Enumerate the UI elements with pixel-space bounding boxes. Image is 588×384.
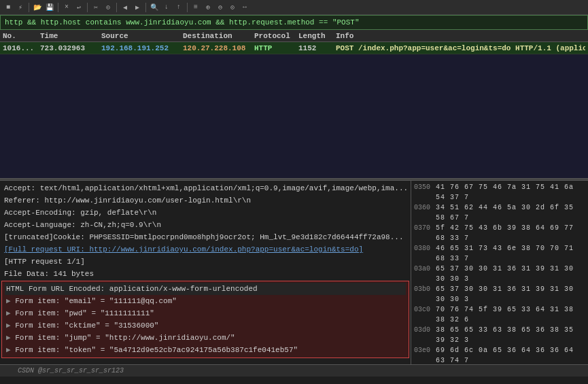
hex-bytes: 70 76 74 5f 39 65 33 64 31 38 38 32 6 <box>436 304 585 325</box>
toolbar-separator-3 <box>87 3 88 12</box>
form-section-header: HTML Form URL Encoded: application/x-www… <box>5 283 406 295</box>
toolbar-icon-flash[interactable]: ⚡ <box>15 2 26 13</box>
packet-info: POST /index.php?app=user&ac=login&ts=do … <box>336 44 585 52</box>
hex-row-03b0: 03b0 65 37 30 30 31 36 31 39 31 30 30 30… <box>411 284 588 304</box>
toolbar-icon-up[interactable]: ↑ <box>173 2 184 13</box>
toolbar-icon-search[interactable]: 🔍 <box>149 2 160 13</box>
form-item-email[interactable]: Form item: "email" = "111111@qq.com" <box>5 295 406 307</box>
packet-time: 723.032963 <box>40 44 101 52</box>
packet-list-header: No. Time Source Destination Protocol Len… <box>0 30 588 42</box>
toolbar-separator-4 <box>116 3 117 12</box>
toolbar-icon-start[interactable]: ■ <box>3 2 14 13</box>
hex-bytes: 65 37 30 30 31 36 31 39 31 30 30 30 3 <box>436 264 585 284</box>
toolbar-separator-5 <box>145 3 146 12</box>
hex-offset: 0360 <box>414 203 436 223</box>
toolbar-icon-back[interactable]: ◀ <box>120 2 131 13</box>
hex-offset: 03b0 <box>414 284 436 304</box>
detail-filedata: File Data: 141 bytes <box>0 268 411 280</box>
detail-accept: Accept: text/html,application/xhtml+xml,… <box>0 182 411 194</box>
hex-row-0380: 0380 46 65 31 73 43 6e 38 70 70 71 68 33… <box>411 243 588 264</box>
hex-row-0370: 0370 5f 42 75 43 6b 39 38 64 69 77 68 33… <box>411 223 588 243</box>
hex-bytes: 34 51 62 44 46 5a 30 2d 6f 35 58 67 7 <box>436 203 585 223</box>
toolbar-icon-copy[interactable]: ⊙ <box>103 2 114 13</box>
toolbar-icon-resize[interactable]: ↔ <box>239 2 250 13</box>
form-item-token[interactable]: Form item: "token" = "5a4712d9e52cb7ac92… <box>5 344 406 356</box>
toolbar-icon-zoom-reset[interactable]: ⊙ <box>227 2 238 13</box>
filter-text: http && http.host contains www.jinridiao… <box>5 18 360 27</box>
toolbar-separator-6 <box>187 3 188 12</box>
col-header-length: Length <box>298 32 336 40</box>
toolbar: ■ ⚡ 📂 💾 × ↩ ✂ ⊙ ◀ ▶ 🔍 ↓ ↑ ≡ ⊕ ⊖ ⊙ ↔ <box>0 0 588 15</box>
table-row[interactable]: 1016... 723.032963 192.168.191.252 120.2… <box>0 42 588 54</box>
col-header-no: No. <box>3 32 40 40</box>
packet-no: 1016... <box>3 44 40 52</box>
toolbar-icon-cut[interactable]: ✂ <box>90 2 101 13</box>
toolbar-icon-close[interactable]: × <box>61 2 72 13</box>
packet-source: 192.168.191.252 <box>101 44 183 52</box>
filter-bar[interactable]: http && http.host contains www.jinridiao… <box>0 15 588 30</box>
toolbar-separator-1 <box>29 3 29 12</box>
toolbar-icon-zoom-out[interactable]: ⊖ <box>215 2 226 13</box>
col-header-info: Info <box>336 32 585 40</box>
hex-bytes: 46 65 31 73 43 6e 38 70 70 71 68 33 7 <box>436 243 585 264</box>
detail-language: Accept-Language: zh-CN,zh;q=0.9\r\n <box>0 219 411 231</box>
toolbar-icon-zoom-in[interactable]: ⊕ <box>203 2 213 13</box>
hex-row-0350: 0350 41 76 67 75 46 7a 31 75 41 6a 54 37… <box>411 182 588 203</box>
packet-protocol: HTTP <box>254 44 298 52</box>
status-bar: CSDN @sr_sr_sr_sr_sr_sr123 <box>0 364 588 377</box>
toolbar-icon-down[interactable]: ↓ <box>161 2 172 13</box>
hex-row-03a0: 03a0 65 37 30 30 31 36 31 39 31 30 30 30… <box>411 264 588 284</box>
toolbar-icon-open[interactable]: 📂 <box>32 2 43 13</box>
hex-row-03c0: 03c0 70 76 74 5f 39 65 33 64 31 38 38 32… <box>411 304 588 325</box>
hex-bytes: 41 76 67 75 46 7a 31 75 41 6a 54 37 7 <box>436 182 585 203</box>
watermark: CSDN @sr_sr_sr_sr_sr_sr123 <box>18 367 124 374</box>
hex-dump-panel: 0350 41 76 67 75 46 7a 31 75 41 6a 54 37… <box>411 181 588 364</box>
detail-cookie: [truncated]Cookie: PHPSESSID=bmtlpocrpnd… <box>0 231 411 243</box>
packet-length: 1152 <box>298 44 336 52</box>
bottom-section: Accept: text/html,application/xhtml+xml,… <box>0 181 588 364</box>
col-header-protocol: Protocol <box>254 32 298 40</box>
detail-referer: Referer: http://www.jinridiaoyu.com/user… <box>0 194 411 207</box>
hex-row-0360: 0360 34 51 62 44 46 5a 30 2d 6f 35 58 67… <box>411 203 588 223</box>
detail-full-uri[interactable]: [Full request URI: http://www.jinridiaoy… <box>0 243 411 256</box>
toolbar-separator-2 <box>58 3 58 12</box>
hex-bytes: 38 65 65 33 63 38 65 36 38 35 39 32 3 <box>436 325 585 345</box>
packet-list: 1016... 723.032963 192.168.191.252 120.2… <box>0 42 588 178</box>
form-item-jump[interactable]: Form item: "jump" = "http://www.jinridia… <box>5 332 406 344</box>
hex-offset: 03a0 <box>414 264 436 284</box>
form-item-pwd[interactable]: Form item: "pwd" = "1111111111" <box>5 307 406 319</box>
packet-destination: 120.27.228.108 <box>183 44 254 52</box>
hex-row-03d0: 03d0 38 65 65 33 63 38 65 36 38 35 39 32… <box>411 325 588 345</box>
form-section-container: HTML Form URL Encoded: application/x-www… <box>1 281 409 358</box>
col-header-destination: Destination <box>183 32 254 40</box>
detail-encoding: Accept-Encoding: gzip, deflate\r\n <box>0 207 411 219</box>
hex-offset: 03e0 <box>414 345 436 364</box>
hex-offset: 03c0 <box>414 304 436 325</box>
hex-offset: 03d0 <box>414 325 436 345</box>
hex-bytes: 69 6d 6c 0a 65 36 64 36 36 64 63 74 7 <box>436 345 585 364</box>
packet-detail-panel: Accept: text/html,application/xhtml+xml,… <box>0 181 411 364</box>
detail-http-req: [HTTP request 1/1] <box>0 256 411 268</box>
hex-bytes: 5f 42 75 43 6b 39 38 64 69 77 68 33 7 <box>436 223 585 243</box>
col-header-time: Time <box>40 32 101 40</box>
toolbar-icon-list[interactable]: ≡ <box>190 2 201 13</box>
col-header-source: Source <box>101 32 183 40</box>
hex-offset: 0350 <box>414 182 436 203</box>
toolbar-icon-forward[interactable]: ▶ <box>132 2 143 13</box>
hex-row-03e0: 03e0 69 6d 6c 0a 65 36 64 36 36 64 63 74… <box>411 345 588 364</box>
toolbar-icon-reload[interactable]: ↩ <box>73 2 84 13</box>
hex-offset: 0380 <box>414 243 436 264</box>
form-item-cktime[interactable]: Form item: "cktime" = "31536000" <box>5 319 406 332</box>
hex-bytes: 65 37 30 30 31 36 31 39 31 30 30 30 3 <box>436 284 585 304</box>
toolbar-icon-save[interactable]: 💾 <box>44 2 55 13</box>
hex-offset: 0370 <box>414 223 436 243</box>
